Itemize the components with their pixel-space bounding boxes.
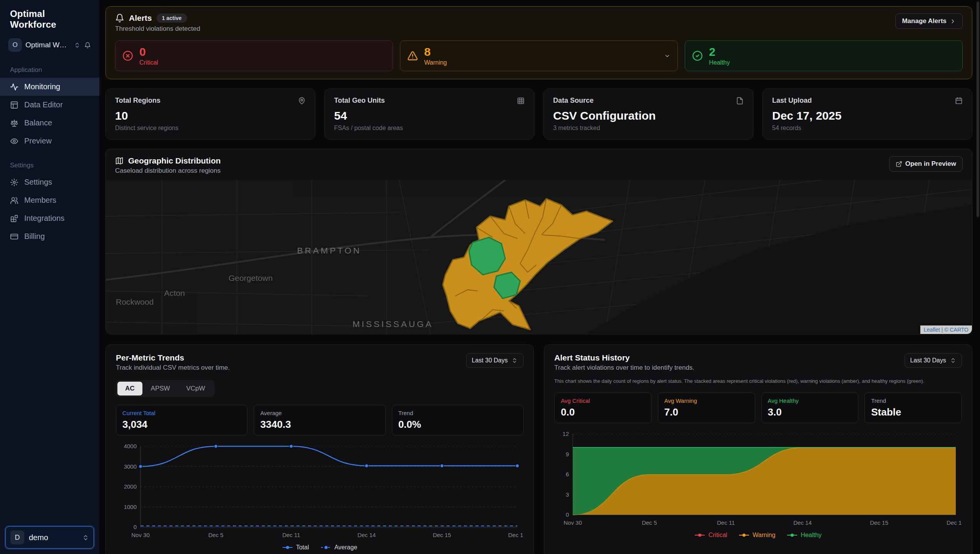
stat-subtitle: Distinct service regions (115, 125, 306, 132)
trend-stat: Trend 0.0% (392, 405, 523, 436)
svg-text:4000: 4000 (124, 443, 137, 449)
chevrons-up-down-icon (950, 357, 956, 364)
svg-text:Nov 30: Nov 30 (564, 519, 582, 526)
legend-critical[interactable]: Critical (694, 532, 727, 539)
stat-title: Data Source (553, 97, 594, 105)
svg-text:Dec 15: Dec 15 (433, 532, 451, 538)
metric-tabs: AC APSW VCpW (116, 380, 214, 397)
chevrons-up-down-icon (82, 534, 89, 541)
nav-label: Balance (24, 118, 52, 127)
legend-marker (739, 533, 749, 537)
stat-card-last-upload: Last Upload Dec 17, 2025 54 records (763, 88, 972, 140)
app-title: Optimal Workforce (0, 0, 99, 32)
svg-text:6: 6 (566, 471, 569, 477)
mini-value: 3340.3 (260, 419, 379, 431)
stat-subtitle: 54 records (772, 125, 963, 132)
stat-title: Last Upload (772, 97, 812, 105)
chevron-down-icon[interactable] (664, 53, 671, 59)
trends-range-select[interactable]: Last 30 Days (466, 353, 523, 368)
map-icon (115, 157, 124, 165)
alert-status-history-card: Alert Status History Track alert violati… (544, 344, 972, 554)
open-in-preview-button[interactable]: Open in Preview (889, 156, 963, 172)
bell-icon[interactable] (84, 42, 91, 48)
legend-marker (787, 533, 798, 537)
map-label-rockwood: Rockwood (116, 297, 154, 306)
map-label-georgetown: Georgetown (229, 274, 273, 282)
nav-label: Billing (24, 232, 45, 241)
legend-warning[interactable]: Warning (739, 532, 775, 539)
warning-status-card[interactable]: 8 Warning (400, 40, 678, 71)
manage-alerts-button[interactable]: Manage Alerts (895, 13, 963, 29)
critical-label: Critical (139, 59, 158, 66)
user-switcher[interactable]: D demo (5, 526, 94, 549)
legend-average[interactable]: Average (321, 544, 357, 551)
svg-text:0: 0 (134, 524, 137, 530)
stat-value: 10 (115, 109, 306, 122)
trend-stable-stat: Trend Stable (865, 392, 962, 423)
charts-row: Per-Metric Trends Track individual CSV m… (105, 344, 972, 554)
legend-total[interactable]: Total (282, 544, 309, 551)
legend-marker (694, 533, 705, 537)
alerts-subtitle: Threshold violations detected (115, 25, 200, 33)
scale-icon (10, 119, 18, 127)
sidebar-item-billing[interactable]: Billing (0, 227, 99, 245)
sidebar-item-preview[interactable]: Preview (0, 132, 99, 150)
org-avatar: O (8, 38, 22, 52)
alert-chart-wrap: 036912Nov 30Dec 5Dec 11Dec 14Dec 15Dec 1… (554, 429, 962, 529)
section-label-application: Application (0, 55, 99, 78)
gear-icon (10, 178, 18, 187)
eye-icon (10, 137, 18, 145)
settings-nav: Settings Members Integrations Billing (0, 173, 99, 245)
alerts-title: Alerts (129, 13, 152, 23)
svg-text:Nov 30: Nov 30 (131, 532, 150, 538)
svg-text:Dec 5: Dec 5 (208, 532, 223, 538)
sidebar-item-balance[interactable]: Balance (0, 114, 99, 132)
map-attribution[interactable]: Leaflet | © CARTO (920, 325, 972, 334)
stat-card-total-geo-units: Total Geo Units 54 FSAs / postal code ar… (324, 88, 534, 140)
mini-value: Stable (871, 406, 955, 418)
nav-label: Preview (24, 137, 52, 145)
user-name: demo (29, 533, 48, 542)
blocks-icon (10, 214, 18, 223)
tab-vcpw[interactable]: VCpW (179, 382, 213, 395)
mini-label: Avg Warning (664, 397, 749, 404)
tab-ac[interactable]: AC (117, 382, 142, 395)
org-switcher[interactable]: O Optimal Workforce... (5, 35, 95, 55)
trends-title: Per-Metric Trends (116, 353, 230, 362)
chevron-right-icon (950, 18, 956, 25)
alert-history-range-select[interactable]: Last 30 Days (905, 353, 962, 368)
alert-history-legend: Critical Warning Healthy (554, 532, 962, 539)
calendar-icon (955, 97, 963, 105)
legend-label: Total (296, 544, 309, 551)
legend-healthy[interactable]: Healthy (787, 532, 821, 539)
alert-history-subtitle: Track alert violations over time to iden… (554, 364, 694, 372)
mini-value: 0.0% (398, 419, 517, 431)
sidebar-item-data-editor[interactable]: Data Editor (0, 96, 99, 114)
stat-value: 54 (334, 109, 525, 122)
warning-label: Warning (424, 59, 447, 66)
users-icon (10, 196, 18, 205)
sidebar-item-integrations[interactable]: Integrations (0, 209, 99, 227)
avg-warning-stat: Avg Warning 7.0 (658, 392, 755, 423)
tab-apsw[interactable]: APSW (143, 382, 178, 395)
svg-text:Dec 11: Dec 11 (282, 532, 300, 538)
trends-stat-boxes: Current Total 3,034 Average 3340.3 Trend… (116, 405, 523, 436)
trends-range-value: Last 30 Days (472, 357, 508, 364)
alert-history-title: Alert Status History (554, 353, 694, 362)
svg-text:9: 9 (566, 451, 569, 457)
stat-title: Total Regions (115, 97, 161, 105)
alert-stacked-area-chart: 036912Nov 30Dec 5Dec 11Dec 14Dec 15Dec 1… (554, 429, 962, 529)
basemap-svg: BRAMPTON MISSISSAUGA Georgetown Acton Ro… (106, 180, 972, 334)
legend-label: Critical (708, 532, 727, 539)
scrollbar[interactable] (977, 2, 979, 217)
alert-history-stat-boxes: Avg Critical 0.0 Avg Warning 7.0 Avg Hea… (554, 392, 962, 423)
map-label-brampton: BRAMPTON (297, 245, 361, 255)
sidebar: Optimal Workforce O Optimal Workforce...… (0, 0, 99, 554)
sidebar-item-settings[interactable]: Settings (0, 173, 99, 191)
check-circle-icon (692, 50, 703, 61)
sidebar-item-members[interactable]: Members (0, 191, 99, 209)
svg-text:Dec 14: Dec 14 (793, 519, 812, 526)
sidebar-item-monitoring[interactable]: Monitoring (0, 78, 99, 96)
leaflet-map[interactable]: BRAMPTON MISSISSAUGA Georgetown Acton Ro… (106, 180, 972, 334)
nav-label: Data Editor (24, 100, 63, 109)
